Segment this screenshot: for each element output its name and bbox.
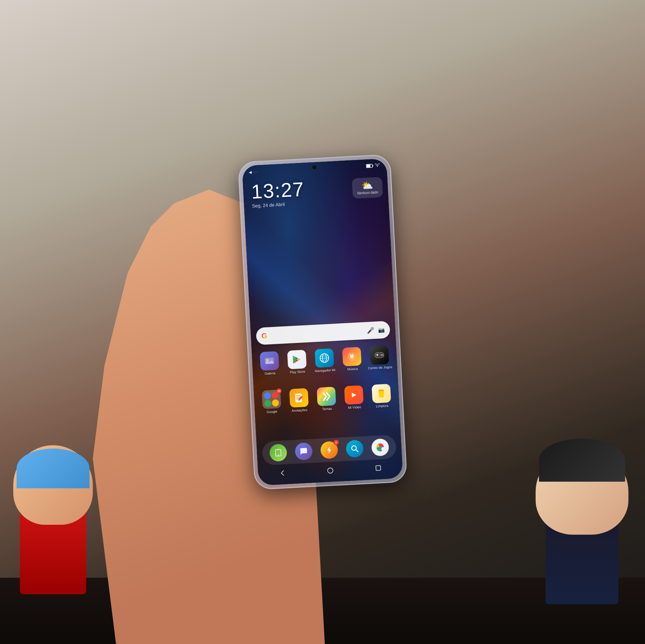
search-mic-icon[interactable]: 🎤 [367, 327, 374, 334]
chrome-icon [375, 442, 385, 452]
status-left-text: ◀ · · · [249, 170, 258, 174]
nav-recents[interactable] [373, 462, 385, 474]
bolt-icon [325, 445, 334, 455]
svg-point-25 [278, 454, 279, 455]
app-google[interactable]: 10 Google [258, 390, 284, 415]
recents-square-icon [375, 464, 382, 471]
clock-section: 13:27 Seg, 24 de Abril [251, 179, 305, 208]
google-g-icon: G [261, 332, 267, 341]
messages-icon [299, 446, 308, 456]
funko-left [7, 445, 99, 594]
app-mivideo[interactable]: Mi Vídeo [341, 385, 367, 410]
svg-rect-18 [377, 354, 378, 356]
svg-rect-26 [277, 450, 279, 450]
svg-line-28 [356, 449, 358, 452]
app-browser[interactable]: Navegador Mi [311, 348, 338, 373]
music-svg [346, 351, 358, 363]
nav-back[interactable] [276, 467, 288, 479]
cleaner-icon [372, 384, 391, 403]
svg-line-9 [320, 356, 328, 356]
app-notes[interactable]: Anotações [286, 388, 312, 413]
notes-label: Anotações [292, 408, 307, 413]
status-right [366, 163, 380, 168]
playstore-svg [291, 353, 303, 365]
notes-icon [289, 388, 308, 408]
app-music[interactable]: Música [339, 347, 365, 372]
app-galeria[interactable]: Galeria [256, 351, 282, 376]
svg-point-32 [328, 468, 333, 473]
music-icon [342, 347, 362, 366]
themes-icon [316, 387, 336, 406]
svg-rect-33 [376, 465, 381, 470]
gallery-svg [264, 355, 275, 367]
dock-bolt[interactable]: 2 [320, 441, 339, 459]
app-playstore[interactable]: Play Store [284, 349, 310, 375]
svg-rect-1 [366, 165, 370, 168]
google-badge: 10 [276, 388, 282, 394]
app-cleaner[interactable]: Limpeza [369, 384, 394, 409]
battery-icon [366, 164, 374, 168]
themes-svg [320, 391, 333, 402]
funko-left-hair [17, 448, 89, 488]
notes-svg [293, 392, 304, 403]
home-circle-icon [327, 467, 334, 474]
dock-find[interactable] [346, 439, 364, 458]
svg-rect-24 [380, 390, 383, 391]
weather-widget[interactable]: ⛅ Nenhum dado [352, 177, 383, 199]
mivideo-icon [344, 385, 364, 405]
playstore-label: Play Store [290, 370, 305, 374]
phone-outer: ◀ · · · [238, 154, 407, 490]
folder-dot-gmail [272, 399, 279, 406]
dock-chrome[interactable] [371, 438, 389, 456]
browser-icon [314, 348, 334, 368]
app-games[interactable]: Centro de Jogos [367, 345, 392, 370]
playstore-icon [287, 350, 306, 369]
folder-dot-google [263, 392, 271, 399]
weather-text: Nenhum dado [357, 191, 378, 195]
galeria-label: Galeria [264, 371, 275, 376]
svg-rect-2 [373, 165, 373, 166]
galeria-icon [259, 351, 279, 371]
google-folder-icon: 10 [261, 390, 281, 409]
funko-right [532, 438, 632, 604]
phone: ◀ · · · [238, 154, 407, 490]
svg-line-8 [320, 358, 329, 358]
wifi-icon [375, 163, 380, 168]
cleaner-svg [376, 388, 387, 399]
svg-line-10 [321, 360, 328, 360]
app-themes[interactable]: Temas [313, 387, 340, 412]
themes-label: Temas [322, 407, 332, 411]
music-label: Música [347, 367, 358, 372]
back-arrow-icon [279, 469, 286, 476]
google-label: Google [266, 410, 277, 414]
phone-screen: ◀ · · · [242, 158, 403, 485]
scene: ◀ · · · [0, 0, 645, 644]
browser-svg [318, 352, 331, 364]
cleaner-label: Limpeza [376, 404, 389, 408]
dock-messages[interactable] [295, 442, 313, 460]
dock-phone[interactable] [269, 443, 288, 462]
mivideo-svg [348, 390, 360, 401]
clock-time: 13:27 [251, 179, 305, 202]
weather-icon: ⛅ [357, 181, 378, 191]
search-camera-icon[interactable]: 📷 [378, 327, 385, 333]
mivideo-label: Mi Vídeo [348, 405, 361, 410]
nav-home[interactable] [325, 465, 337, 477]
find-icon [350, 444, 359, 453]
games-icon [370, 345, 389, 365]
folder-dot-maps [264, 399, 271, 407]
games-svg [374, 349, 386, 361]
phone-icon [273, 448, 283, 457]
bolt-badge: 2 [334, 439, 339, 445]
funko-right-hair [539, 438, 625, 482]
